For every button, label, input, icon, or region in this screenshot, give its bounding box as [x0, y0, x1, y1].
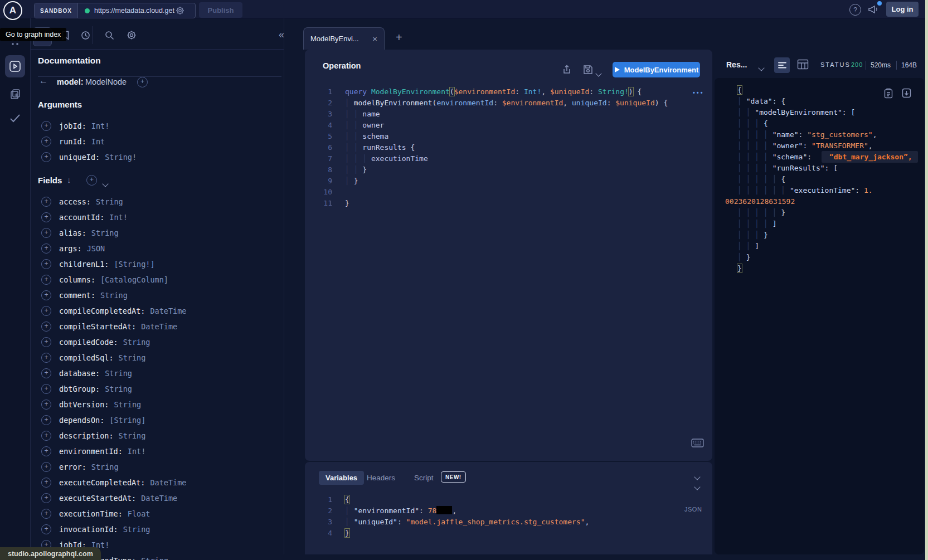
field-type[interactable]: DateTime	[141, 494, 177, 503]
add-field-icon[interactable]: +	[41, 259, 51, 269]
download-response-icon[interactable]	[902, 88, 911, 99]
schema-field-row[interactable]: +compileStartedAt:DateTime	[41, 319, 286, 334]
add-field-icon[interactable]: +	[41, 368, 51, 378]
operation-editor[interactable]: 1query ModelByEnvironment($environmentId…	[305, 86, 712, 209]
add-field-icon[interactable]: +	[41, 275, 51, 285]
schema-field-row[interactable]: +dependsOn:[String]	[41, 412, 286, 428]
back-arrow-icon[interactable]: ←	[39, 76, 48, 86]
field-type[interactable]: String	[119, 431, 146, 440]
schema-field-row[interactable]: +database:String	[41, 366, 286, 381]
add-field-icon[interactable]: +	[41, 446, 51, 456]
field-type[interactable]: DateTime	[150, 478, 186, 487]
operation-tab[interactable]: ModelByEnvi... ×	[303, 27, 385, 50]
tab-variables[interactable]: Variables	[319, 471, 364, 485]
schema-field-row[interactable]: +compiledSql:String	[41, 350, 286, 366]
schema-field-row[interactable]: +comment:String	[41, 288, 286, 303]
field-type[interactable]: Float	[128, 509, 150, 518]
schema-field-row[interactable]: +dbtGroup:String	[41, 381, 286, 397]
schema-field-row[interactable]: +environmentId:Int!	[41, 444, 286, 459]
run-operation-button[interactable]: ModelByEnvironment	[613, 62, 700, 77]
schema-field-row[interactable]: +compileCompletedAt:DateTime	[41, 303, 286, 319]
editor-options-icon[interactable]: •••	[693, 89, 704, 96]
field-type[interactable]: [String]	[109, 416, 145, 425]
add-all-fields-icon[interactable]: +	[86, 175, 97, 186]
copy-response-icon[interactable]	[884, 88, 893, 99]
add-field-icon[interactable]: +	[41, 228, 51, 238]
add-field-icon[interactable]: +	[41, 290, 51, 300]
add-field-icon[interactable]: +	[41, 306, 51, 316]
explorer-play-icon[interactable]	[9, 60, 21, 72]
field-type[interactable]: String	[105, 369, 132, 378]
field-type[interactable]: String	[114, 400, 141, 409]
search-icon[interactable]	[104, 30, 114, 40]
field-type[interactable]: Int	[91, 137, 105, 146]
field-type[interactable]: [String!]	[114, 260, 154, 269]
response-list-view-button[interactable]	[774, 57, 790, 73]
field-type[interactable]: Int!	[109, 213, 128, 222]
publish-button[interactable]: Publish	[199, 2, 242, 18]
add-field-icon[interactable]: +	[41, 478, 51, 488]
response-dropdown-chevron-icon[interactable]	[759, 62, 764, 72]
field-type[interactable]: String	[91, 228, 119, 237]
endpoint-url-box[interactable]: SANDBOX https://metadata.cloud.get	[34, 3, 196, 18]
add-field-icon[interactable]: +	[41, 137, 51, 147]
schema-field-row[interactable]: +executeCompletedAt:DateTime	[41, 475, 286, 490]
schema-field-row[interactable]: +error:String	[41, 459, 286, 475]
add-field-icon[interactable]: +	[41, 337, 51, 347]
save-operation-icon[interactable]	[583, 65, 593, 75]
field-type[interactable]: [CatalogColumn]	[100, 275, 168, 284]
schema-field-row[interactable]: +columns:[CatalogColumn]	[41, 272, 286, 288]
collapse-variables-icon[interactable]	[695, 471, 699, 491]
response-table-view-icon[interactable]	[797, 59, 809, 70]
tab-script[interactable]: Script	[414, 474, 434, 482]
schema-field-row[interactable]: +args:JSON	[41, 241, 286, 256]
history-icon[interactable]	[80, 30, 90, 40]
field-type[interactable]: Int!	[128, 447, 146, 456]
tab-headers[interactable]: Headers	[367, 474, 395, 482]
field-type[interactable]: Int!	[91, 121, 110, 130]
variables-editor[interactable]: 1{2│ "environmentId": 78,3│ "uniqueId": …	[305, 494, 712, 539]
schema-field-row[interactable]: +jobId:Int!	[41, 118, 286, 134]
fields-chevron-icon[interactable]	[103, 178, 108, 188]
add-field-icon[interactable]: +	[41, 509, 51, 519]
add-field-icon[interactable]: +	[41, 462, 51, 472]
schema-field-row[interactable]: +access:String	[41, 194, 286, 210]
field-type[interactable]: String	[141, 556, 168, 560]
schema-field-row[interactable]: +executeStartedAt:DateTime	[41, 490, 286, 506]
field-type[interactable]: DateTime	[150, 306, 186, 315]
field-type[interactable]: String	[96, 197, 123, 206]
add-field-icon[interactable]: +	[41, 493, 51, 503]
settings-gear-icon[interactable]	[127, 30, 137, 40]
schema-field-row[interactable]: +description:String	[41, 428, 286, 444]
field-type[interactable]: JSON	[87, 244, 105, 253]
apollo-logo-icon[interactable]: A	[3, 1, 22, 20]
add-field-icon[interactable]: +	[41, 384, 51, 394]
field-type[interactable]: String	[123, 525, 150, 534]
schema-field-row[interactable]: +invocationId:String	[41, 522, 286, 537]
field-type[interactable]: String	[105, 384, 132, 393]
endpoint-settings-gear-icon[interactable]	[176, 6, 184, 15]
checklist-icon[interactable]	[9, 114, 21, 123]
add-field-icon[interactable]: +	[41, 431, 51, 441]
schema-field-row[interactable]: +accountId:Int!	[41, 210, 286, 225]
response-title[interactable]: Res...	[726, 60, 747, 69]
field-type[interactable]: String!	[105, 153, 137, 162]
endpoint-url-input[interactable]: https://metadata.cloud.get	[94, 7, 174, 14]
schema-field-row[interactable]: +alias:String	[41, 225, 286, 241]
saved-operations-icon[interactable]	[9, 88, 21, 100]
announcements-megaphone-icon[interactable]	[867, 4, 880, 15]
new-tab-icon[interactable]: +	[396, 31, 402, 44]
share-operation-icon[interactable]	[562, 65, 572, 75]
field-type[interactable]: String	[123, 338, 150, 347]
field-type[interactable]: DateTime	[141, 322, 177, 331]
help-icon[interactable]: ?	[849, 4, 861, 16]
add-field-icon[interactable]: +	[41, 152, 51, 162]
add-field-icon[interactable]: +	[41, 244, 51, 254]
keyboard-shortcuts-icon[interactable]	[691, 439, 704, 447]
schema-field-row[interactable]: +runId:Int	[41, 134, 286, 149]
field-type[interactable]: String	[119, 353, 146, 362]
save-menu-chevron-icon[interactable]	[596, 68, 601, 78]
add-field-icon[interactable]: +	[41, 524, 51, 534]
schema-field-row[interactable]: +executionTime:Float	[41, 506, 286, 522]
docs-breadcrumb-type[interactable]: ModelNode	[85, 77, 127, 86]
